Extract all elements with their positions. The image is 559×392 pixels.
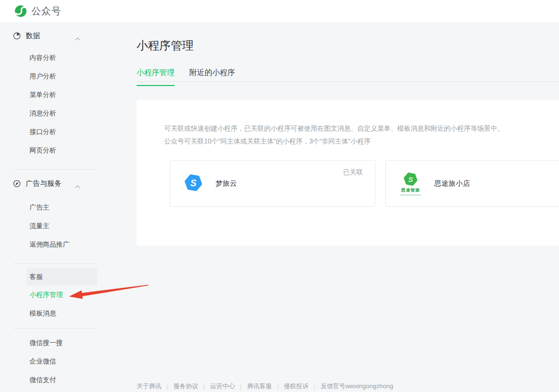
sidebar-item-traffic-owner[interactable]: 流量主 [0, 217, 109, 235]
active-tab-underline [137, 85, 175, 86]
sidebar-item-wecom[interactable]: 企业微信 [0, 352, 109, 371]
chevron-up-icon[interactable] [75, 34, 80, 43]
sidebar-divider [13, 263, 97, 264]
footer-separator: | [203, 383, 205, 390]
sidebar-item-miniprogram-management[interactable]: 小程序管理 [0, 286, 109, 304]
footer-separator: | [277, 383, 278, 390]
footer-link-operation-center[interactable]: 运营中心 [210, 382, 235, 391]
sidebar-group-ads-services[interactable]: 广告与服务 [0, 175, 109, 191]
footer-link-service-agreement[interactable]: 服务协议 [173, 382, 198, 391]
brand-logo[interactable]: 公众号 [14, 5, 61, 18]
miniprogram-name: 思途旅小店 [434, 179, 470, 188]
tab-label: 附近的小程序 [189, 68, 235, 76]
sidebar-divider [13, 328, 97, 329]
top-header: 公众号 [0, 0, 559, 22]
green-logo-caption: 思途智旅 [401, 187, 420, 193]
sidebar-item-content-analysis[interactable]: 内容分析 [0, 48, 109, 67]
sidebar-divider [13, 169, 97, 170]
content-card: 可关联或快速创建小程序，已关联的小程序可被使用在图文消息、自定义菜单、模板消息和… [137, 100, 559, 246]
miniprogram-list: S 梦旅云 已关联 S 思途智旅 思途旅小店 [170, 160, 559, 207]
miniprogram-card-situlvxiaodian[interactable]: S 思途智旅 思途旅小店 [385, 160, 559, 207]
miniprogram-card-menglvyun[interactable]: S 梦旅云 已关联 [170, 160, 375, 207]
sidebar-data-items: 内容分析 用户分析 菜单分析 消息分析 接口分析 网页分析 [0, 48, 109, 160]
sidebar-item-api-analysis[interactable]: 接口分析 [0, 123, 109, 141]
pie-chart-icon [13, 32, 21, 40]
footer-separator: | [167, 383, 168, 390]
sidebar-item-message-analysis[interactable]: 消息分析 [0, 104, 109, 123]
sidebar-item-menu-analysis[interactable]: 菜单分析 [0, 86, 109, 104]
green-logo-subcaption-line [400, 194, 421, 196]
sidebar-group-data[interactable]: 数据 [0, 28, 109, 44]
sidebar-item-wechat-search[interactable]: 微信搜一搜 [0, 334, 109, 352]
page-title: 小程序管理 [137, 38, 194, 53]
wechat-swirl-icon [14, 5, 27, 18]
page: 公众号 数据 内容分析 用户分析 菜单分析 消息分析 接口分析 [0, 0, 559, 392]
sidebar: 数据 内容分析 用户分析 菜单分析 消息分析 接口分析 网页分析 广 [0, 22, 109, 389]
miniprogram-green-logo: S 思途智旅 [393, 172, 428, 196]
tab-nearby-miniprograms[interactable]: 附近的小程序 [189, 68, 235, 81]
miniprogram-blue-hexagon-icon: S [184, 173, 203, 194]
footer-link-tencent-support[interactable]: 腾讯客服 [247, 382, 272, 391]
brand-title: 公众号 [31, 5, 61, 18]
sidebar-ads-items-bottom: 微信搜一搜 企业微信 微信支付 [0, 334, 109, 389]
footer: 关于腾讯 | 服务协议 | 运营中心 | 腾讯客服 | 侵权投诉 | 反馈官号w… [137, 382, 393, 391]
footer-link-infringement-complaint[interactable]: 侵权投诉 [284, 382, 309, 391]
tab-miniprogram-management[interactable]: 小程序管理 [137, 68, 175, 81]
tab-label: 小程序管理 [137, 68, 175, 76]
footer-separator: | [240, 383, 242, 390]
miniprogram-name: 梦旅云 [216, 179, 237, 188]
sidebar-group-label: 广告与服务 [26, 179, 61, 188]
sidebar-item-commission-promo[interactable]: 返佣商品推广 [0, 235, 109, 254]
sidebar-ads-items-mid: 客服 小程序管理 模板消息 [0, 268, 109, 323]
svg-text:S: S [190, 177, 196, 188]
chevron-up-icon[interactable] [75, 182, 80, 191]
footer-separator: | [314, 383, 315, 390]
sidebar-item-user-analysis[interactable]: 用户分析 [0, 67, 109, 86]
tab-bar: 小程序管理 附近的小程序 [137, 68, 559, 82]
sidebar-item-advertiser[interactable]: 广告主 [0, 198, 109, 217]
sidebar-item-customer-service[interactable]: 客服 [27, 268, 97, 286]
sidebar-item-webpage-analysis[interactable]: 网页分析 [0, 141, 109, 160]
sidebar-item-wechat-pay[interactable]: 微信支付 [0, 371, 109, 389]
sidebar-item-template-message[interactable]: 模板消息 [0, 304, 109, 323]
miniprogram-green-hexagon-icon: S [403, 172, 418, 187]
svg-text:S: S [408, 175, 413, 183]
sidebar-group-label: 数据 [26, 31, 40, 40]
footer-link-feedback-account[interactable]: 反馈官号weixingongzhong [321, 382, 393, 391]
linked-status-badge: 已关联 [343, 168, 363, 177]
sidebar-ads-items-top: 广告主 流量主 返佣商品推广 [0, 198, 109, 254]
card-description: 可关联或快速创建小程序，已关联的小程序可被使用在图文消息、自定义菜单、模板消息和… [137, 100, 559, 148]
description-line1: 可关联或快速创建小程序，已关联的小程序可被使用在图文消息、自定义菜单、模板消息和… [164, 122, 540, 135]
compass-icon [13, 180, 21, 188]
description-line2: 公众号可关联10个“同主体或关联主体”的小程序，3个“非同主体”小程序 [164, 135, 540, 148]
footer-link-about-tencent[interactable]: 关于腾讯 [137, 382, 161, 391]
